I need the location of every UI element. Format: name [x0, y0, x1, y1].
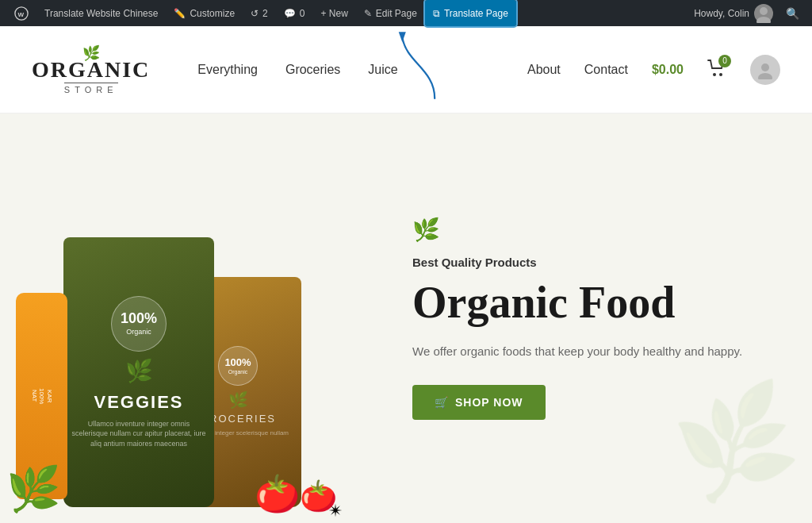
- hero-subtitle: Best Quality Products: [412, 256, 764, 269]
- hero-title: Organic Food: [412, 279, 764, 328]
- veggies-label: VEGGIES: [94, 392, 183, 413]
- spices-decoration: ✴: [328, 501, 343, 521]
- comments-count: 0: [300, 8, 305, 19]
- customize-button[interactable]: ✏️ Customize: [166, 0, 243, 26]
- nav-groceries[interactable]: Groceries: [285, 63, 340, 77]
- translate-icon: ⧉: [433, 8, 440, 19]
- edit-page-label: Edit Page: [376, 8, 417, 19]
- admin-avatar[interactable]: [754, 4, 773, 23]
- svg-point-2: [760, 7, 768, 15]
- hero-leaf-icon: 🌿: [412, 217, 764, 243]
- new-button[interactable]: + New: [312, 0, 355, 26]
- cart-price: $0.00: [652, 63, 684, 77]
- hero-section: KAR100%NAT 100% Organic 🌿 VEGGIES Ullamc…: [0, 113, 812, 523]
- howdy-label: Howdy, Colin: [694, 8, 749, 19]
- greens-decoration: 🌿: [6, 463, 61, 515]
- hero-products: KAR100%NAT 100% Organic 🌿 VEGGIES Ullamc…: [0, 113, 381, 523]
- nav-juice[interactable]: Juice: [368, 63, 397, 77]
- main-nav: Everything Groceries Juice: [197, 63, 397, 77]
- product-bag-veggies: 100% Organic 🌿 VEGGIES Ullamco inventure…: [63, 237, 214, 507]
- logo-text-store: STORE: [64, 83, 118, 94]
- revisions-icon: ↺: [251, 8, 259, 19]
- svg-point-7: [758, 73, 772, 79]
- veggies-pct: 100%: [121, 310, 157, 328]
- svg-point-3: [756, 17, 771, 23]
- comments-icon: 💬: [284, 8, 296, 19]
- customize-icon: ✏️: [174, 8, 186, 19]
- site-name-button[interactable]: Translate Website Chinese: [36, 0, 166, 26]
- translate-page-label: Translate Page: [444, 8, 508, 19]
- veggies-organic-label: Organic: [126, 328, 151, 337]
- user-avatar[interactable]: [750, 55, 780, 85]
- logo-text-organic: ORGANIC: [32, 59, 150, 81]
- nav-everything[interactable]: Everything: [197, 63, 258, 77]
- admin-bar: W Translate Website Chinese ✏️ Customize…: [0, 0, 812, 26]
- cart-icon-button[interactable]: 0: [707, 60, 726, 80]
- site-logo[interactable]: 🌿 ORGANIC STORE: [32, 44, 150, 94]
- admin-search-icon[interactable]: 🔍: [779, 7, 806, 20]
- groceries-pct: 100%: [224, 356, 251, 369]
- groceries-badge: 100% Organic: [218, 346, 258, 386]
- shop-now-label: SHOP NOW: [455, 396, 523, 409]
- translate-page-button[interactable]: ⧉ Translate Page: [425, 0, 516, 26]
- tomatoes-decoration: 🍅🍅: [255, 472, 337, 515]
- shop-now-button[interactable]: 🛒 SHOP NOW: [412, 385, 546, 420]
- hero-description: We offer organic foods that keep your bo…: [412, 342, 764, 361]
- cart-icon: 🛒: [435, 396, 449, 409]
- site-name-label: Translate Website Chinese: [44, 8, 158, 19]
- new-label: + New: [320, 8, 347, 19]
- svg-point-5: [719, 73, 722, 76]
- veggies-badge: 100% Organic: [111, 296, 167, 352]
- revisions-count: 2: [262, 8, 268, 19]
- wp-logo-button[interactable]: W: [6, 0, 36, 26]
- site-wrapper: 🌿 ORGANIC STORE Everything Groceries Jui…: [0, 26, 812, 523]
- cart-badge: 0: [718, 55, 731, 67]
- nav-about[interactable]: About: [527, 63, 561, 77]
- revisions-button[interactable]: ↺ 2: [243, 0, 276, 26]
- customize-label: Customize: [190, 8, 235, 19]
- hero-content: 🌿 Best Quality Products Organic Food We …: [381, 217, 812, 420]
- svg-text:W: W: [18, 10, 25, 17]
- svg-point-6: [761, 63, 769, 71]
- groceries-organic-label: Organic: [228, 369, 248, 375]
- nav-contact[interactable]: Contact: [584, 63, 628, 77]
- comments-button[interactable]: 💬 0: [276, 0, 313, 26]
- svg-point-4: [713, 73, 716, 76]
- edit-icon: ✎: [364, 8, 372, 19]
- right-nav: About Contact $0.00 0: [527, 55, 780, 85]
- howdy-section: Howdy, Colin: [688, 4, 779, 23]
- site-header: 🌿 ORGANIC STORE Everything Groceries Jui…: [0, 26, 812, 113]
- edit-page-button[interactable]: ✎ Edit Page: [356, 0, 425, 26]
